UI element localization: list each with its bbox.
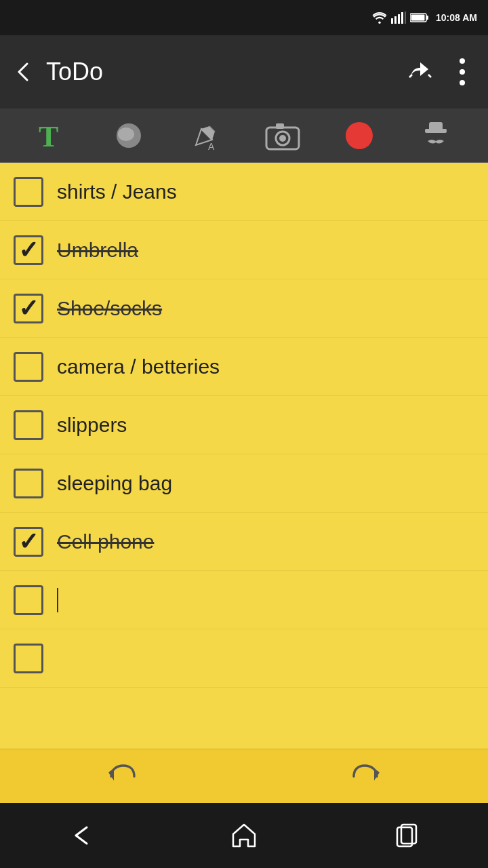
signal-icon — [391, 12, 406, 24]
checkmark-7: ✓ — [18, 530, 39, 554]
nav-back-button[interactable] — [54, 808, 108, 863]
svg-rect-18 — [276, 123, 284, 129]
svg-marker-23 — [374, 768, 380, 781]
svg-point-17 — [279, 135, 286, 142]
svg-rect-3 — [401, 12, 403, 24]
list-item: ✓ Cell phone — [0, 513, 488, 571]
todo-list: shirts / Jeans ✓ Umbrella ✓ Shoe/socks c… — [0, 163, 488, 749]
checkbox-2[interactable]: ✓ — [14, 235, 43, 265]
list-item: ✓ Shoe/socks — [0, 279, 488, 338]
list-item — [0, 629, 488, 688]
checkbox-6[interactable] — [14, 469, 43, 498]
list-item-empty — [0, 688, 488, 749]
checkbox-5[interactable] — [14, 410, 43, 440]
paint-button[interactable] — [108, 115, 149, 156]
status-icons: 10:08 AM — [372, 12, 477, 24]
todo-text-5: slippers — [57, 414, 127, 437]
checkbox-9[interactable] — [14, 644, 43, 673]
svg-point-8 — [460, 58, 465, 64]
svg-point-13 — [118, 127, 134, 141]
svg-rect-6 — [426, 16, 428, 20]
checkbox-3[interactable]: ✓ — [14, 294, 43, 323]
pen-button[interactable]: A — [185, 115, 226, 156]
list-item: shirts / Jeans — [0, 163, 488, 221]
checkbox-7[interactable]: ✓ — [14, 527, 43, 557]
svg-rect-1 — [394, 16, 396, 24]
undo-button[interactable] — [95, 756, 149, 797]
battery-icon — [410, 12, 429, 23]
app-bar: ToDo — [0, 35, 488, 108]
list-item — [0, 571, 488, 629]
todo-text-1: shirts / Jeans — [57, 180, 177, 203]
nav-home-button[interactable] — [217, 808, 271, 863]
svg-rect-21 — [429, 122, 443, 132]
svg-rect-0 — [391, 18, 393, 24]
svg-marker-22 — [108, 768, 114, 781]
svg-rect-4 — [405, 12, 406, 24]
back-button[interactable] — [14, 61, 35, 83]
checkmark-3: ✓ — [18, 296, 39, 321]
record-button[interactable] — [339, 115, 380, 156]
status-time: 10:08 AM — [436, 12, 477, 23]
status-bar: 10:08 AM — [0, 0, 488, 35]
todo-text-2: Umbrella — [57, 239, 138, 262]
list-item: camera / betteries — [0, 338, 488, 396]
nav-bar — [0, 803, 488, 868]
note-area: shirts / Jeans ✓ Umbrella ✓ Shoe/socks c… — [0, 163, 488, 749]
svg-point-10 — [460, 80, 465, 85]
todo-text-7: Cell phone — [57, 530, 154, 553]
camera-button[interactable] — [262, 115, 303, 156]
page-title: ToDo — [46, 58, 393, 86]
svg-rect-7 — [411, 15, 425, 21]
svg-point-19 — [346, 122, 373, 149]
checkbox-1[interactable] — [14, 177, 43, 207]
checkmark-2: ✓ — [18, 238, 39, 262]
share-icon[interactable] — [404, 56, 436, 88]
nav-recents-button[interactable] — [380, 808, 434, 863]
more-options-icon[interactable] — [450, 56, 474, 88]
checkbox-8[interactable] — [14, 585, 43, 615]
checkbox-4[interactable] — [14, 352, 43, 382]
todo-text-4: camera / betteries — [57, 355, 220, 378]
text-cursor — [57, 588, 58, 612]
todo-text-3: Shoe/socks — [57, 297, 162, 320]
svg-text:T: T — [39, 120, 58, 152]
bottom-action-bar — [0, 749, 488, 803]
list-item: slippers — [0, 396, 488, 454]
disguise-button[interactable] — [415, 115, 456, 156]
svg-point-9 — [460, 69, 465, 75]
redo-button[interactable] — [339, 756, 393, 797]
app-bar-actions — [404, 56, 474, 88]
svg-text:A: A — [208, 141, 215, 152]
text-format-button[interactable]: T — [32, 115, 73, 156]
list-item: sleeping bag — [0, 454, 488, 513]
todo-text-6: sleeping bag — [57, 472, 172, 495]
formatting-toolbar: T A — [0, 108, 488, 163]
list-item: ✓ Umbrella — [0, 221, 488, 279]
wifi-icon — [372, 12, 387, 24]
svg-rect-2 — [398, 14, 400, 24]
